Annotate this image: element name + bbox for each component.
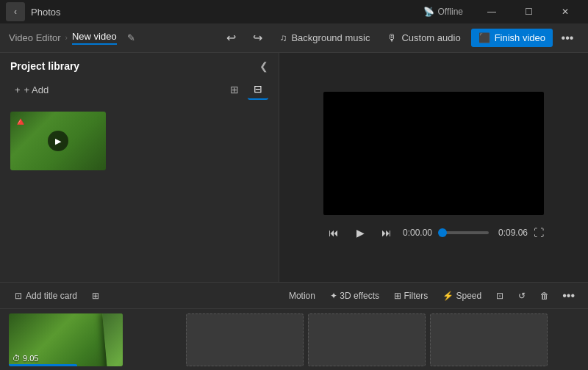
empty-clip-2: [308, 313, 426, 366]
time-start: 0:00.00: [403, 228, 436, 238]
edit-title-icon[interactable]: ✎: [127, 32, 135, 43]
app-title: Photos: [31, 7, 60, 18]
timeline-toolbar: ⊡ Add title card ⊞ Motion ✦ 3D effects ⊞…: [0, 283, 588, 309]
offline-icon: 📡: [423, 7, 434, 17]
panel-title: Project library: [10, 60, 79, 72]
flag-icon: 🔺: [13, 115, 28, 128]
main-layout: Project library ❮ + + Add ⊞ ⊟ 🔺 ▶: [0, 53, 588, 282]
left-panel: Project library ❮ + + Add ⊞ ⊟ 🔺 ▶: [0, 53, 279, 282]
rewind-button[interactable]: ⏮: [323, 222, 344, 243]
rotate-button[interactable]: ↺: [512, 288, 531, 304]
clip-duration: ⏱ 9.05: [12, 354, 38, 363]
undo-button[interactable]: ↩: [220, 26, 243, 50]
video-preview: [323, 92, 544, 215]
background-music-button[interactable]: ♫ Background music: [273, 29, 378, 47]
clip-progress: [9, 364, 77, 366]
controls-row: ⏮ ▶ ⏭ 0:00.00 0:09.06 ⛶: [323, 222, 544, 243]
breadcrumb-current: New video: [72, 31, 117, 45]
adjust-button[interactable]: ⊞: [86, 288, 105, 304]
finish-icon: ⬛: [478, 32, 490, 43]
menu-bar: Video Editor › New video ✎ ↩ ↪ ♫ Backgro…: [0, 23, 588, 53]
media-grid: 🔺 ▶: [0, 106, 279, 176]
breadcrumb-parent[interactable]: Video Editor: [9, 32, 61, 43]
fullscreen-button[interactable]: ⛶: [534, 227, 544, 239]
progress-thumb[interactable]: [438, 228, 447, 237]
minimize-button[interactable]: —: [475, 0, 509, 23]
title-bar-left: ‹ Photos: [6, 2, 60, 21]
music-icon: ♫: [280, 32, 287, 43]
view-buttons: ⊞ ⊟: [224, 79, 268, 100]
media-thumbnail[interactable]: 🔺 ▶: [10, 112, 106, 170]
add-media-button[interactable]: + + Add: [10, 82, 53, 98]
close-button[interactable]: ✕: [548, 0, 582, 23]
duration-value: 9.05: [23, 354, 38, 363]
filters-button[interactable]: ⊞ Filters: [388, 288, 434, 304]
breadcrumb: Video Editor › New video ✎: [9, 31, 135, 45]
more-menu-button[interactable]: •••: [556, 26, 579, 50]
collapse-button[interactable]: ❮: [259, 60, 268, 72]
title-bar-right: 📡 Offline — ☐ ✕: [423, 0, 582, 23]
play-button[interactable]: ▶: [350, 222, 370, 243]
background-music-label: Background music: [291, 32, 370, 43]
skip-button[interactable]: ⏭: [376, 222, 397, 243]
menu-actions: ↩ ↪ ♫ Background music 🎙 Custom audio ⬛ …: [220, 26, 579, 50]
time-end: 0:09.06: [495, 228, 528, 238]
title-bar: ‹ Photos 📡 Offline — ☐ ✕: [0, 0, 588, 23]
effects-label: 3D effects: [340, 291, 379, 301]
redo-button[interactable]: ↪: [246, 26, 270, 50]
list-view-button[interactable]: ⊟: [248, 79, 268, 100]
title-card-icon: ⊡: [15, 291, 22, 301]
filters-label: Filters: [404, 291, 428, 301]
video-controls: ⏮ ▶ ⏭ 0:00.00 0:09.06 ⛶: [323, 222, 544, 243]
progress-bar[interactable]: [442, 231, 489, 234]
preview-panel: ⏮ ▶ ⏭ 0:00.00 0:09.06 ⛶: [279, 53, 588, 282]
audio-icon: 🎙: [387, 32, 397, 43]
offline-indicator: 📡 Offline: [423, 7, 463, 17]
effects-icon: ✦: [330, 291, 340, 301]
clock-icon: ⏱: [12, 354, 21, 363]
add-icon: +: [15, 84, 21, 95]
speed-icon: ⚡: [442, 291, 456, 301]
effects-3d-button[interactable]: ✦ 3D effects: [324, 288, 385, 304]
speed-label: Speed: [456, 291, 481, 301]
back-button[interactable]: ‹: [6, 2, 25, 21]
add-label: + Add: [24, 84, 49, 95]
finish-video-button[interactable]: ⬛ Finish video: [471, 29, 553, 47]
play-overlay[interactable]: ▶: [48, 131, 68, 151]
add-title-card-label: Add title card: [26, 291, 77, 301]
timeline: ⊡ Add title card ⊞ Motion ✦ 3D effects ⊞…: [0, 282, 588, 370]
add-title-card-button[interactable]: ⊡ Add title card: [9, 288, 83, 304]
empty-clip-3: [430, 313, 548, 366]
empty-clip-slots: [186, 313, 548, 366]
timeline-content: ⏱ 9.05 🔊: [0, 309, 588, 370]
speed-button[interactable]: ⚡ Speed: [437, 288, 487, 304]
maximize-button[interactable]: ☐: [512, 0, 545, 23]
offline-label: Offline: [438, 7, 463, 17]
panel-header: Project library ❮: [0, 53, 279, 76]
timeline-more-button[interactable]: •••: [558, 286, 579, 305]
custom-audio-button[interactable]: 🎙 Custom audio: [380, 29, 467, 47]
empty-clip-1: [186, 313, 304, 366]
grid-view-button[interactable]: ⊞: [224, 79, 245, 100]
video-clip[interactable]: ⏱ 9.05 🔊: [9, 313, 123, 366]
panel-toolbar: + + Add ⊞ ⊟: [0, 76, 279, 106]
finish-video-label: Finish video: [495, 32, 545, 43]
adjust-icon: ⊞: [92, 291, 99, 301]
custom-audio-label: Custom audio: [401, 32, 460, 43]
filters-icon: ⊞: [394, 291, 404, 301]
crop-button[interactable]: ⊡: [490, 288, 509, 304]
breadcrumb-separator: ›: [65, 34, 68, 42]
delete-button[interactable]: 🗑: [534, 288, 555, 304]
motion-button[interactable]: Motion: [283, 288, 321, 304]
